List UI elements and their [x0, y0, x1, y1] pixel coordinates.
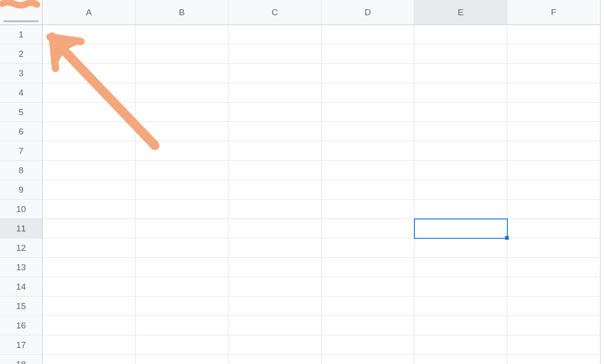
cell-D10[interactable]	[321, 200, 414, 219]
cell-E3[interactable]	[414, 64, 507, 83]
cell-D16[interactable]	[321, 316, 414, 335]
cell-D2[interactable]	[321, 44, 414, 64]
cell-F11[interactable]	[507, 219, 600, 238]
cell-E13[interactable]	[414, 258, 507, 277]
cell-E18[interactable]	[414, 355, 507, 364]
cell-F16[interactable]	[507, 316, 600, 335]
cell-D5[interactable]	[321, 103, 414, 122]
row-header-1[interactable]: 1	[0, 25, 43, 44]
cell-C4[interactable]	[228, 83, 321, 103]
cell-C15[interactable]	[228, 297, 321, 316]
cell-F12[interactable]	[507, 238, 600, 258]
cell-C14[interactable]	[228, 277, 321, 297]
cell-C5[interactable]	[228, 103, 321, 122]
row-header-8[interactable]: 8	[0, 161, 43, 180]
cell-E16[interactable]	[414, 316, 507, 335]
cell-D15[interactable]	[321, 297, 414, 316]
cell-E14[interactable]	[414, 277, 507, 297]
cell-A11[interactable]	[43, 219, 136, 238]
cell-A12[interactable]	[43, 238, 136, 258]
cell-A7[interactable]	[43, 141, 136, 161]
cell-C9[interactable]	[228, 180, 321, 200]
cell-C12[interactable]	[228, 238, 321, 258]
cell-E9[interactable]	[414, 180, 507, 200]
cell-F14[interactable]	[507, 277, 600, 297]
row-header-5[interactable]: 5	[0, 103, 43, 122]
cell-C18[interactable]	[228, 355, 321, 364]
cell-B14[interactable]	[136, 277, 228, 297]
cell-E1[interactable]	[414, 25, 507, 44]
cell-F18[interactable]	[507, 355, 600, 364]
cell-A8[interactable]	[43, 161, 136, 180]
cell-C1[interactable]	[228, 25, 321, 44]
cell-F10[interactable]	[507, 200, 600, 219]
cell-E12[interactable]	[414, 238, 507, 258]
cell-F13[interactable]	[507, 258, 600, 277]
cell-B1[interactable]	[136, 25, 228, 44]
cell-F4[interactable]	[507, 83, 600, 103]
cell-C8[interactable]	[228, 161, 321, 180]
cell-B16[interactable]	[136, 316, 228, 335]
cell-B11[interactable]	[136, 219, 228, 238]
cell-E8[interactable]	[414, 161, 507, 180]
cell-A9[interactable]	[43, 180, 136, 200]
cell-A18[interactable]	[43, 355, 136, 364]
cell-F5[interactable]	[507, 103, 600, 122]
row-header-3[interactable]: 3	[0, 64, 43, 83]
column-header-e[interactable]: E	[414, 0, 507, 25]
row-header-13[interactable]: 13	[0, 258, 43, 277]
cell-B3[interactable]	[136, 64, 228, 83]
cell-E7[interactable]	[414, 141, 507, 161]
cell-B15[interactable]	[136, 297, 228, 316]
row-header-4[interactable]: 4	[0, 83, 43, 103]
cell-A17[interactable]	[43, 335, 136, 355]
cell-A5[interactable]	[43, 103, 136, 122]
cell-E5[interactable]	[414, 103, 507, 122]
cell-D6[interactable]	[321, 122, 414, 141]
cell-F15[interactable]	[507, 297, 600, 316]
cell-B18[interactable]	[136, 355, 228, 364]
cell-F1[interactable]	[507, 25, 600, 44]
cell-C17[interactable]	[228, 335, 321, 355]
row-header-14[interactable]: 14	[0, 277, 43, 297]
row-header-12[interactable]: 12	[0, 238, 43, 258]
cell-D3[interactable]	[321, 64, 414, 83]
cell-E11[interactable]	[414, 219, 507, 238]
cell-F2[interactable]	[507, 44, 600, 64]
cell-C10[interactable]	[228, 200, 321, 219]
cell-F7[interactable]	[507, 141, 600, 161]
cell-B12[interactable]	[136, 238, 228, 258]
row-header-18[interactable]: 18	[0, 355, 43, 364]
cell-D13[interactable]	[321, 258, 414, 277]
cell-F17[interactable]	[507, 335, 600, 355]
cell-E6[interactable]	[414, 122, 507, 141]
column-header-b[interactable]: B	[136, 0, 228, 25]
cell-C3[interactable]	[228, 64, 321, 83]
cell-A10[interactable]	[43, 200, 136, 219]
column-header-d[interactable]: D	[321, 0, 414, 25]
cell-C11[interactable]	[228, 219, 321, 238]
cell-D14[interactable]	[321, 277, 414, 297]
row-header-15[interactable]: 15	[0, 297, 43, 316]
cell-C13[interactable]	[228, 258, 321, 277]
cell-A16[interactable]	[43, 316, 136, 335]
cell-D9[interactable]	[321, 180, 414, 200]
row-header-7[interactable]: 7	[0, 141, 43, 161]
cell-E2[interactable]	[414, 44, 507, 64]
cell-F9[interactable]	[507, 180, 600, 200]
cell-B7[interactable]	[136, 141, 228, 161]
cell-D12[interactable]	[321, 238, 414, 258]
row-header-9[interactable]: 9	[0, 180, 43, 200]
cell-B5[interactable]	[136, 103, 228, 122]
column-header-f[interactable]: F	[507, 0, 600, 25]
cell-A2[interactable]	[43, 44, 136, 64]
row-header-2[interactable]: 2	[0, 44, 43, 64]
cell-D18[interactable]	[321, 355, 414, 364]
cell-D4[interactable]	[321, 83, 414, 103]
cell-D17[interactable]	[321, 335, 414, 355]
cell-A6[interactable]	[43, 122, 136, 141]
cell-E15[interactable]	[414, 297, 507, 316]
cell-D11[interactable]	[321, 219, 414, 238]
cell-A15[interactable]	[43, 297, 136, 316]
cell-B17[interactable]	[136, 335, 228, 355]
